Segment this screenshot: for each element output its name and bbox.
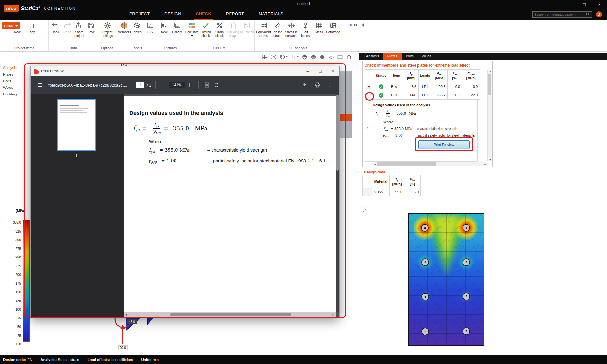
clip-view-icon[interactable] (291, 54, 299, 60)
split-view-icon[interactable] (337, 54, 343, 60)
ribbon-gallery-button[interactable]: Gallery (171, 21, 184, 34)
iso-view-icon[interactable] (302, 54, 308, 60)
ribbon-bolt-forces-button[interactable]: Bolt forces (298, 21, 312, 38)
sidebar-item-analysis[interactable]: Analysis (3, 66, 17, 72)
info-button[interactable]: i (596, 11, 602, 17)
ribbon-mesh-button[interactable]: Mesh (312, 21, 326, 34)
maximize-icon[interactable]: □ (577, 0, 592, 9)
dialog-maximize-icon[interactable]: □ (314, 66, 327, 76)
chevron-right-icon[interactable]: › (366, 124, 368, 130)
plane-view-icon[interactable] (328, 54, 334, 60)
sidebar-item-buckling[interactable]: Buckling (3, 92, 17, 99)
ribbon-copy-button[interactable]: Copy (24, 21, 38, 34)
front-view-icon[interactable] (310, 54, 316, 60)
download-icon[interactable] (300, 80, 310, 90)
chevron-down-icon (297, 56, 299, 58)
bolt-number: 4 (424, 261, 426, 264)
fit-to-page-icon[interactable] (202, 80, 212, 90)
members-icon (120, 22, 128, 29)
ribbon-plastic-strain-button[interactable]: Plastic strain (271, 21, 285, 38)
search-box (532, 11, 592, 18)
status-units: Units:mm (141, 358, 159, 361)
sidebar-item-bolts[interactable]: Bolts (3, 79, 17, 86)
ribbon-deformed-button[interactable]: Deformed (326, 21, 340, 34)
hamburger-menu-icon[interactable] (35, 80, 45, 90)
search-icon[interactable] (586, 12, 591, 17)
project-selector-dropdown[interactable]: CON1 (2, 22, 20, 29)
search-input[interactable] (533, 13, 586, 16)
dialog-close-icon[interactable]: × (327, 66, 339, 76)
sidebar-item-plates[interactable]: Plates (3, 72, 17, 79)
status-ok-icon: ✓ (379, 84, 383, 89)
ribbon-calculate-button[interactable]: Calculate (185, 21, 199, 38)
ribbon-button-label: RC check (240, 30, 254, 34)
home-view-icon[interactable] (346, 54, 352, 60)
menu-tab-report[interactable]: REPORT (225, 9, 246, 20)
ribbon-stress-in-contacts-button[interactable]: Stress in contacts (285, 21, 298, 38)
page-number-input[interactable]: 1 (136, 82, 144, 88)
ribbon-undo-button[interactable]: Undo (49, 21, 61, 34)
spinner-arrows[interactable] (361, 22, 365, 28)
menu-tab-design[interactable]: DESIGN (163, 9, 182, 20)
ribbon-group-label: Options (99, 46, 116, 51)
ribbon-new-button[interactable]: New (158, 21, 171, 34)
print-preview-button[interactable]: Print Preview (418, 140, 470, 149)
ribbon-members-button[interactable]: Members (118, 21, 131, 34)
tab-plates[interactable]: Plates (383, 53, 402, 60)
page-thumbnail[interactable] (58, 100, 95, 150)
check-vertical-scrollbar[interactable]: ▲ ▼ (487, 70, 492, 161)
expand-row-button[interactable]: + (366, 84, 371, 89)
fem-mesh-plot[interactable]: 21436587 (408, 213, 484, 346)
print-icon[interactable] (313, 80, 322, 90)
solid-view-icon[interactable] (319, 54, 325, 60)
ribbon-strain-check-button[interactable]: Strain check (212, 21, 226, 38)
check-results-panel: Check of members and steel plates for ex… (362, 61, 493, 167)
zoom-level[interactable]: 141% (169, 82, 185, 88)
undo-icon (52, 22, 59, 29)
rotate-page-icon[interactable] (212, 80, 221, 90)
minimize-icon[interactable]: – (561, 0, 577, 9)
expand-view-icon[interactable] (361, 207, 367, 213)
ribbon-buckling-shape-button: Buckling shape (226, 21, 240, 38)
menu-tab-project[interactable]: PROJECT (128, 9, 151, 20)
bolt-marker: 7 (463, 328, 470, 335)
ribbon-button-label: Copy (28, 30, 35, 34)
scale-spinner[interactable]: 10.00 (346, 22, 365, 28)
status-cell: ✓ (373, 82, 389, 91)
page-total: / 1 (147, 83, 151, 88)
close-icon[interactable]: × (592, 0, 607, 9)
pdf-vertical-scrollbar[interactable] (336, 94, 339, 312)
ribbon-lcs-button[interactable]: LCS (144, 21, 156, 34)
stress-legend-colorbar (23, 220, 30, 342)
ribbon-save-button[interactable]: Save (85, 21, 97, 34)
tab-welds[interactable]: Welds (418, 53, 435, 60)
ribbon-equivalent-stress-button[interactable]: Equivalent stress (257, 21, 271, 38)
rotate-view-icon[interactable] (279, 54, 288, 60)
ribbon-rc-check-button: RC check (240, 21, 254, 34)
cell-tp: 14.0 (404, 91, 419, 100)
ribbon-project-settings-button[interactable]: Project settings (101, 21, 114, 38)
ribbon-redo-button: Redo (61, 21, 73, 34)
dialog-minimize-icon[interactable]: – (301, 66, 314, 76)
tab-bolts[interactable]: Bolts (402, 53, 417, 60)
grid-view-icon[interactable] (262, 54, 268, 60)
zoom-out-icon[interactable] (159, 80, 169, 90)
ribbon-share-project-button[interactable]: Share project (73, 21, 85, 38)
zoom-in-icon[interactable] (185, 80, 194, 90)
fit-view-icon[interactable] (271, 54, 277, 60)
sidebar-item-welds[interactable]: Welds (3, 86, 17, 92)
more-options-icon[interactable] (325, 80, 335, 90)
ribbon-plates-button[interactable]: Plates (131, 21, 144, 34)
check-horizontal-scrollbar[interactable]: ◄ ► (373, 162, 487, 166)
menu-tab-check[interactable]: CHECK (194, 9, 212, 20)
pdf-horizontal-scrollbar[interactable]: ◄ ► (124, 312, 336, 317)
pdf-document-area[interactable]: Design values used in the analysis fyd =… (124, 94, 339, 317)
tab-analysis[interactable]: Analysis (362, 53, 383, 60)
bolt-marker: 5 (463, 293, 470, 300)
menu-tab-materials[interactable]: MATERIALS (257, 9, 285, 20)
collapse-row-button[interactable]: − (366, 93, 371, 98)
ribbon-overall-check-button[interactable]: Overall check (199, 21, 213, 38)
dialog-titlebar[interactable]: Print Preview – □ × (31, 66, 339, 76)
ribbon-toolbar: CON1 10.00 NewCopyProject itemsUndoRedoS… (0, 20, 607, 52)
ribbon-group-label: Data (49, 46, 97, 51)
